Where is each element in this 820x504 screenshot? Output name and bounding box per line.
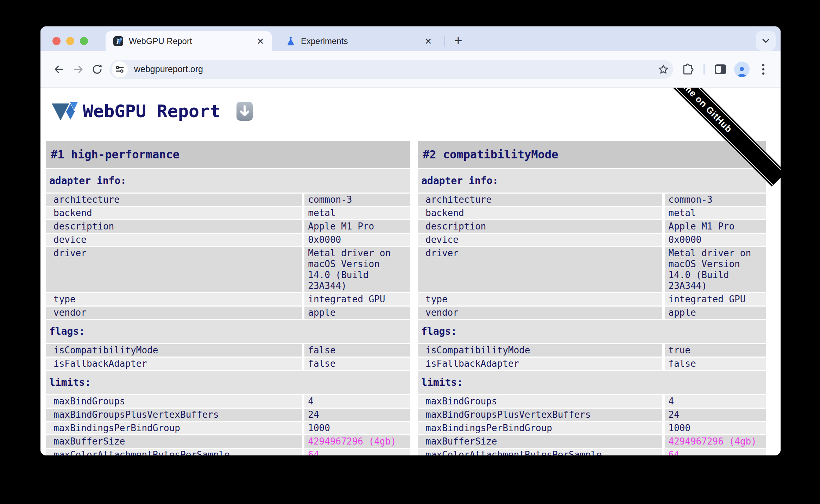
tab-close-icon[interactable]: ✕ [254, 35, 267, 48]
table-row: isCompatibilityModefalse [46, 344, 410, 357]
row-label: maxColorAttachmentBytesPerSample [418, 449, 662, 455]
row-value: 0x0000 [665, 234, 766, 246]
row-value: Apple M1 Pro [665, 220, 766, 233]
address-bar[interactable]: webgpureport.org [109, 60, 673, 79]
table-row: descriptionApple M1 Pro [418, 220, 766, 233]
side-panel-button[interactable] [711, 60, 730, 79]
adapter-heading: #2 compatibilityMode [418, 141, 766, 168]
forward-button[interactable] [69, 60, 88, 79]
toolbar-action-icons [678, 60, 773, 79]
browser-toolbar: webgpureport.org [40, 51, 781, 88]
row-label: maxBindGroupsPlusVertexBuffers [418, 409, 662, 421]
chevron-down-icon [761, 38, 770, 44]
row-label: device [46, 234, 302, 246]
tab-search-chevron-button[interactable] [756, 31, 776, 51]
tab-strip-divider [444, 36, 445, 46]
extensions-button[interactable] [678, 60, 697, 79]
table-row: descriptionApple M1 Pro [46, 220, 410, 233]
zoom-window-button[interactable] [80, 37, 88, 45]
adapter-column: #2 compatibilityModeadapter info:archite… [418, 141, 766, 455]
row-value: metal [665, 207, 766, 219]
row-value: 4294967296 (4gb) [665, 435, 766, 448]
tab-close-icon[interactable]: ✕ [422, 35, 435, 48]
table-row: maxBindGroups4 [418, 395, 766, 408]
table-row: device0x0000 [418, 234, 766, 246]
row-value: 4294967296 (4gb) [304, 435, 410, 448]
row-value: 1000 [665, 422, 766, 434]
row-value: apple [304, 307, 410, 319]
url-text[interactable]: webgpureport.org [134, 64, 203, 74]
down-arrow-icon [239, 105, 250, 118]
kebab-menu-icon [762, 63, 765, 75]
tab-experiments[interactable]: Experiments ✕ [277, 31, 440, 51]
bookmark-star-icon[interactable] [658, 64, 669, 75]
row-value: Apple M1 Pro [304, 220, 410, 233]
row-value: 0x0000 [304, 234, 410, 246]
new-tab-button[interactable]: + [449, 32, 468, 51]
row-label: driver [46, 247, 302, 292]
webgpu-logo-icon [51, 101, 78, 121]
minimize-window-button[interactable] [66, 37, 74, 45]
table-row: driverMetal driver on macOS Version 14.0… [46, 247, 410, 292]
row-value: common-3 [665, 194, 766, 206]
row-label: maxBufferSize [418, 435, 662, 448]
table-row: architecturecommon-3 [46, 194, 410, 206]
table-row: isFallbackAdapterfalse [46, 358, 410, 370]
reload-button[interactable] [88, 60, 107, 79]
row-value: 4 [304, 395, 410, 408]
tab-title: Experiments [301, 36, 348, 46]
profile-avatar[interactable] [734, 62, 750, 77]
table-row: maxBindGroupsPlusVertexBuffers24 [418, 409, 766, 421]
row-value: 24 [665, 409, 766, 421]
row-value: common-3 [304, 194, 410, 206]
row-label: maxBindingsPerBindGroup [46, 422, 302, 434]
row-value: false [665, 358, 766, 370]
window-controls [52, 37, 88, 45]
browser-window: i WebGPU Report ✕ Experiments ✕ + [40, 26, 781, 455]
row-label: isFallbackAdapter [46, 358, 302, 370]
browser-menu-button[interactable] [754, 60, 773, 79]
adapter-column: #1 high-performanceadapter info:architec… [46, 141, 410, 455]
table-row: maxBufferSize4294967296 (4gb) [46, 435, 410, 448]
flask-icon [286, 36, 295, 46]
row-label: description [46, 220, 302, 233]
row-value: 24 [304, 409, 410, 421]
close-window-button[interactable] [52, 37, 61, 45]
row-label: vendor [46, 307, 302, 319]
row-label: isCompatibilityMode [418, 344, 662, 357]
table-row: typeintegrated GPU [418, 293, 766, 305]
row-label: isFallbackAdapter [418, 358, 662, 370]
row-value: integrated GPU [304, 293, 410, 305]
back-button[interactable] [50, 60, 69, 79]
webgpu-favicon-icon: i [113, 36, 123, 46]
row-label: maxBindGroupsPlusVertexBuffers [46, 409, 302, 421]
row-label: backend [418, 207, 662, 219]
row-label: vendor [418, 307, 662, 319]
table-row: isFallbackAdapterfalse [418, 358, 766, 370]
row-label: type [46, 293, 302, 305]
section-title: limits: [418, 371, 766, 394]
table-row: maxBindGroups4 [46, 395, 410, 408]
row-label: maxBindGroups [46, 395, 302, 408]
table-row: isCompatibilityModetrue [418, 344, 766, 357]
row-label: backend [46, 207, 302, 219]
adapter-heading: #1 high-performance [46, 141, 410, 168]
section-title: flags: [46, 320, 410, 343]
row-value: 64 [665, 449, 766, 455]
row-label: driver [418, 247, 662, 292]
section-title: adapter info: [46, 169, 410, 193]
table-row: architecturecommon-3 [418, 194, 766, 206]
table-row: backendmetal [418, 207, 766, 219]
section-title: limits: [46, 371, 410, 394]
row-value: Metal driver on macOS Version 14.0 (Buil… [665, 247, 766, 292]
table-row: vendorapple [46, 307, 410, 319]
row-value: 4 [665, 395, 766, 408]
tab-webgpu-report[interactable]: i WebGPU Report ✕ [106, 31, 272, 51]
row-value: 64 [304, 449, 410, 455]
site-settings-icon[interactable] [112, 61, 128, 77]
download-report-button[interactable] [236, 102, 253, 121]
row-label: maxBufferSize [46, 435, 302, 448]
table-row: maxBindGroupsPlusVertexBuffers24 [46, 409, 410, 421]
extensions-puzzle-icon [682, 63, 694, 75]
row-label: maxColorAttachmentBytesPerSample [46, 449, 302, 455]
